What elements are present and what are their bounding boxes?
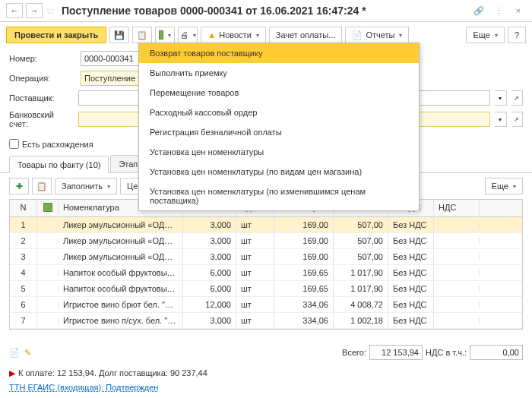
- number-input[interactable]: [81, 51, 141, 66]
- add-icon: ✚: [16, 182, 23, 191]
- news-button[interactable]: ▲ Новости: [201, 27, 265, 43]
- egais-link[interactable]: ТТН ЕГАИС (входящая): Подтвержден: [9, 383, 158, 392]
- arrow-right-icon: ▶: [9, 368, 15, 377]
- grid-more-button[interactable]: Еще: [485, 178, 523, 194]
- footer-icon1[interactable]: 📄: [9, 348, 20, 358]
- supplier-label: Поставщик:: [9, 93, 74, 103]
- favorite-icon[interactable]: ☆: [46, 5, 55, 17]
- nds-value: [470, 345, 523, 360]
- col-icon[interactable]: [37, 200, 59, 216]
- dropdown-item[interactable]: Установка цен номенклатуры (по изменивши…: [139, 182, 419, 210]
- report-icon: 📄: [352, 30, 363, 40]
- print-icon: 🖨: [180, 30, 188, 39]
- link-icon[interactable]: 🔗: [471, 4, 486, 17]
- copy-icon: 📋: [36, 182, 47, 191]
- create-based-dropdown: Возврат товаров поставщикуВыполнить прие…: [138, 43, 420, 211]
- discrepancy-label: Есть расхождения: [22, 140, 93, 149]
- dropdown-item[interactable]: Регистрация безналичной оплаты: [139, 122, 419, 142]
- nav-back-button[interactable]: ←: [6, 3, 23, 18]
- table-row[interactable]: 3Ликер эмульсионный «ОДЖИ СО ВКУ...3,000…: [10, 249, 522, 265]
- col-n[interactable]: N: [10, 200, 37, 216]
- total-label: Всего:: [342, 348, 366, 357]
- table-row[interactable]: 5Напиток особый фруктовый газирован...6,…: [10, 281, 522, 297]
- fill-button[interactable]: Заполнить: [55, 178, 117, 194]
- nds-label: НДС в т.ч.:: [426, 348, 467, 357]
- tab-goods[interactable]: Товары по факту (10): [9, 156, 109, 173]
- close-icon[interactable]: ×: [511, 4, 526, 17]
- table-row[interactable]: 6Игристое вино брют бел. "Абрау-Дюрсо"12…: [10, 297, 522, 313]
- table-row[interactable]: 7Игристое вино п/сух. бел. "Абрау-Дюрс..…: [10, 313, 522, 329]
- bank-select-button[interactable]: ▾: [495, 112, 507, 127]
- reports-button[interactable]: 📄 Отчеты: [345, 27, 409, 43]
- table-row[interactable]: 2Ликер эмульсионный «ОДЖИ СО ВКУ...3,000…: [10, 233, 522, 249]
- offset-button[interactable]: Зачет оплаты...: [269, 27, 343, 43]
- col-icon-icon: [43, 203, 52, 212]
- create-based-button[interactable]: [155, 27, 175, 43]
- total-value: [369, 345, 423, 360]
- window-title: Поступление товаров 0000-000341 от 16.06…: [62, 5, 366, 17]
- post-button[interactable]: 📋: [132, 27, 152, 43]
- dropdown-item[interactable]: Перемещение товаров: [139, 83, 419, 103]
- number-label: Номер:: [9, 54, 76, 63]
- print-button[interactable]: 🖨: [178, 27, 198, 43]
- dropdown-item[interactable]: Установка цен номенклатуры (по видам цен…: [139, 162, 419, 182]
- discrepancy-checkbox[interactable]: [9, 139, 19, 149]
- supplier-open-button[interactable]: ↗: [511, 90, 524, 106]
- save-button[interactable]: 💾: [109, 27, 129, 43]
- supplier-select-button[interactable]: ▾: [495, 90, 507, 106]
- more-button[interactable]: Еще: [466, 27, 504, 43]
- add-row-button[interactable]: ✚: [9, 178, 29, 194]
- dropdown-item[interactable]: Установка цен номенклатуры: [139, 142, 419, 162]
- post-close-button[interactable]: Провести и закрыть: [6, 27, 106, 43]
- goods-grid: N Номенклатура Количество Ед. изм. Цена …: [9, 199, 523, 330]
- dropdown-item[interactable]: Возврат товаров поставщику: [139, 43, 419, 63]
- table-row[interactable]: 1Ликер эмульсионный «ОДЖИ ПИНА К...3,000…: [10, 217, 522, 233]
- operation-label: Операция:: [9, 74, 76, 83]
- payment-status: ▶К оплате: 12 153,94. Долг поставщика: 9…: [9, 368, 207, 378]
- col-nds[interactable]: НДС: [434, 200, 480, 216]
- rss-icon: ▲: [207, 30, 216, 39]
- basis-icon: [159, 30, 163, 39]
- bank-open-button[interactable]: ↗: [511, 112, 524, 127]
- save-icon: 💾: [114, 30, 125, 40]
- bank-label: Банковский счет:: [9, 110, 74, 128]
- table-row[interactable]: 4Напиток особый фруктовый газирован...6,…: [10, 265, 522, 281]
- menu-icon[interactable]: ⋮: [491, 4, 506, 17]
- footer-icon2[interactable]: ✎: [24, 348, 31, 358]
- dropdown-item[interactable]: Расходный кассовый ордер: [139, 103, 419, 122]
- help-button[interactable]: ?: [508, 27, 526, 43]
- nav-fwd-button[interactable]: →: [26, 3, 43, 18]
- copy-row-button[interactable]: 📋: [32, 178, 52, 194]
- dropdown-item[interactable]: Выполнить приемку: [139, 63, 419, 83]
- post-icon: 📋: [137, 30, 147, 40]
